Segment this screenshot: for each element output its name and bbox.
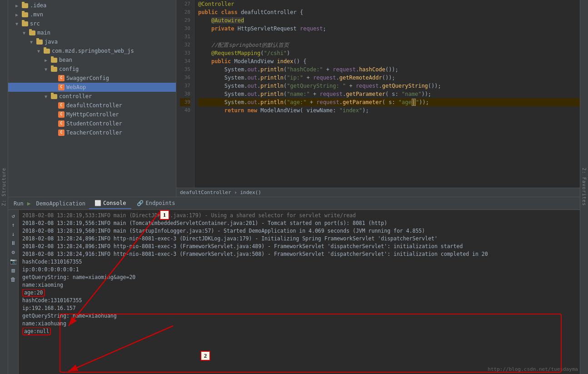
code-lines: @Controller public class deafultControll… <box>194 0 580 188</box>
console-line-hashcode1: hashCode:1310167355 <box>22 258 576 266</box>
folder-icon <box>22 3 28 8</box>
console-line: 2018-02-08 13:28:24,916:INFO http-nio-80… <box>22 250 576 258</box>
code-line-31 <box>198 33 580 41</box>
console-line: 2018-02-08 13:28:19,533:INFO main (Direc… <box>22 212 576 219</box>
console-line-age1: age:20 <box>22 289 576 297</box>
java-file-icon: C <box>58 84 65 90</box>
tree-item-java[interactable]: ▼ java <box>8 37 176 46</box>
console-line-age2: age:null <box>22 328 576 335</box>
console-line: 2018-02-08 13:28:19,556:INFO main (Tomca… <box>22 219 576 227</box>
structure-sidebar-label[interactable]: Z: Structure <box>1 168 6 206</box>
age2-highlight: age:null <box>22 328 51 335</box>
tree-label-bean: bean <box>59 57 72 63</box>
code-line-33: @RequestMapping("/cshi") <box>198 49 580 57</box>
folder-open-icon <box>22 21 28 26</box>
tab-console[interactable]: ⬜ Console <box>89 198 132 209</box>
scroll-down-button[interactable]: ↓ <box>9 230 17 238</box>
console-line-querystring2: getQueryString: name=xiaohuang <box>22 312 576 320</box>
tree-label: MyHttpController <box>66 111 119 118</box>
tree-label: config <box>59 66 79 72</box>
tab-console-label: Console <box>103 200 126 206</box>
tree-label: deafultController <box>66 102 122 109</box>
tree-arrow: ▼ <box>23 30 29 35</box>
tree-item-myhttpcontroller[interactable]: ▶ C MyHttpController <box>8 110 176 119</box>
annotation-box-2: 2 <box>200 351 210 361</box>
console-line-hashcode2: hashCode:1310167355 <box>22 297 576 304</box>
tree-item-src[interactable]: ▼ src <box>8 19 176 28</box>
console-line: 2018-02-08 13:28:24,896:INFO http-nio-80… <box>22 235 576 243</box>
layout-button[interactable]: ▤ <box>9 266 17 274</box>
console-content: 2018-02-08 13:28:19,533:INFO main (Direc… <box>19 210 580 337</box>
tree-item-com[interactable]: ▼ com.mzd.springboot_web_js <box>8 46 176 55</box>
tree-item-webaop[interactable]: ▶ C WebAop <box>8 83 176 92</box>
tree-label: src <box>30 20 40 27</box>
delete-button[interactable]: 🗑 <box>9 275 17 284</box>
file-tree: ▶ .idea ▶ .mvn ▼ src ▼ <box>8 0 176 197</box>
tree-item-idea[interactable]: ▶ .idea <box>8 1 176 10</box>
tree-item-config[interactable]: ▼ config <box>8 65 176 74</box>
code-editor: 27 28 29 30 31 32 33 34 35 36 37 38 39 4… <box>176 0 580 197</box>
console-line-ip2: ip:192.168.16.157 <box>22 304 576 312</box>
tree-item-controller[interactable]: ▼ controller <box>8 92 176 101</box>
code-line-39: System.out.println("age:" + request.getP… <box>198 98 580 106</box>
run-label: Run <box>10 199 27 209</box>
tree-label: controller <box>59 93 92 100</box>
console-toolbar: ↺ ↑ ↓ ⏸ ⚙ 📷 ▤ 🗑 <box>8 210 19 374</box>
console-line-ip1: ip:0:0:0:0:0:0:0:1 <box>22 266 576 274</box>
tree-arrow: ▶ <box>15 12 22 17</box>
tree-label: .idea <box>30 2 46 9</box>
console-area: ↺ ↑ ↓ ⏸ ⚙ 📷 ▤ 🗑 2018-02-08 13:28:19,533:… <box>8 210 580 374</box>
code-line-27: @Controller <box>198 0 580 8</box>
tree-arrow: ▶ <box>15 3 22 8</box>
tree-label: TeacherController <box>66 130 122 136</box>
tree-label: com.mzd.springboot_web_js <box>52 48 134 54</box>
console-line: 2018-02-08 13:28:24,896:INFO http-nio-80… <box>22 243 576 250</box>
tree-arrow: ▼ <box>45 94 51 99</box>
code-line-37: System.out.println("getQueryString: " + … <box>198 82 580 90</box>
tree-item-studentcontroller[interactable]: ▶ C StudentController <box>8 119 176 128</box>
age1-highlight: age:20 <box>22 289 45 297</box>
console-wrapper: 2018-02-08 13:28:19,533:INFO main (Direc… <box>19 210 580 374</box>
line-numbers: 27 28 29 30 31 32 33 34 35 36 37 38 39 4… <box>176 0 194 188</box>
tree-item-mvn[interactable]: ▶ .mvn <box>8 10 176 19</box>
tree-arrow: ▼ <box>30 40 36 45</box>
pause-button[interactable]: ⏸ <box>9 239 17 247</box>
tree-item-main[interactable]: ▼ main <box>8 28 176 37</box>
app-name-label: DemoApplication <box>33 199 89 209</box>
tree-label: SwaggerConfig <box>66 75 109 81</box>
tree-item-bean[interactable]: ▶ bean <box>8 55 176 65</box>
tree-label: java <box>45 39 58 45</box>
screenshot-button[interactable]: 📷 <box>9 257 17 265</box>
folder-open-icon <box>29 30 35 35</box>
watermark: http://blog.csdn.net/tuesdayma <box>488 366 578 372</box>
tab-endpoints-label: Endpoints <box>145 200 175 206</box>
tree-arrow: ▼ <box>37 49 44 54</box>
tree-item-teachercontroller[interactable]: ▶ C TeacherController <box>8 128 176 137</box>
console-icon: ⬜ <box>95 200 101 206</box>
settings-button[interactable]: ⚙ <box>9 248 17 256</box>
code-line-34: public ModelAndView index() { <box>198 57 580 65</box>
scroll-up-button[interactable]: ↑ <box>9 221 17 229</box>
folder-open-icon <box>36 40 43 45</box>
code-line-28: public class deafultController { <box>198 8 580 16</box>
tree-item-swaggerconfig[interactable]: ▶ C SwaggerConfig <box>8 74 176 83</box>
code-line-29: @Autowired <box>198 16 580 25</box>
java-file-icon: C <box>58 102 65 109</box>
code-line-40: return new ModelAndView( viewName: "inde… <box>198 106 580 115</box>
annotation-box-1: 1 <box>159 210 169 220</box>
tree-item-deafultcontroller[interactable]: ▶ C deafultController <box>8 101 176 110</box>
tree-label: StudentController <box>66 120 122 127</box>
folder-open-icon <box>51 94 57 99</box>
code-line-36: System.out.println("ip:" + request.getRe… <box>198 74 580 82</box>
run-icon: ▶ <box>27 200 31 207</box>
folder-icon <box>22 12 28 17</box>
console-line-name1: name:xiaoming <box>22 281 576 289</box>
tab-endpoints[interactable]: 🔗 Endpoints <box>131 198 180 209</box>
code-line-32: //配置springboot的默认首页 <box>198 41 580 49</box>
restart-button[interactable]: ↺ <box>9 212 17 220</box>
tree-label: main <box>37 30 50 36</box>
console-line-querystring1: getQueryString: name=xiaoming&age=20 <box>22 274 576 281</box>
favorites-sidebar-label[interactable]: 2: Favorites <box>582 168 587 206</box>
breadcrumb: deafultController › index() <box>176 188 580 197</box>
folder-icon <box>51 58 57 63</box>
